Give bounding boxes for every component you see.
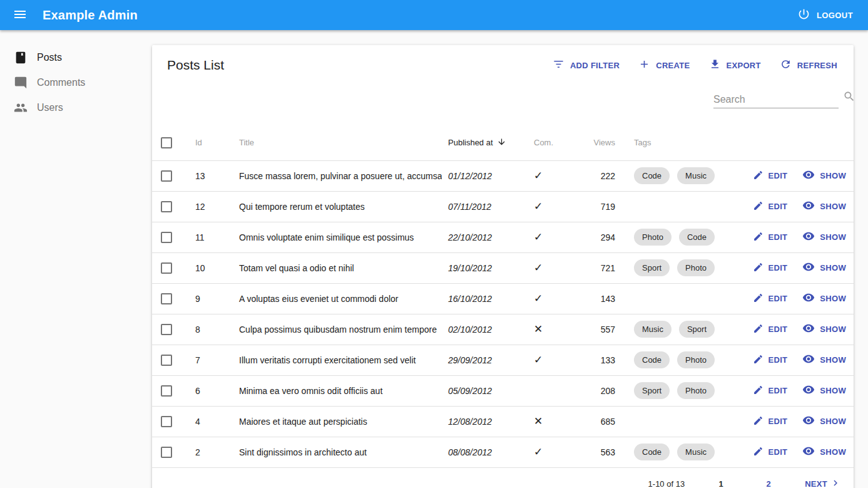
show-label: SHOW xyxy=(820,324,846,334)
search-input[interactable] xyxy=(713,94,843,105)
show-button[interactable]: SHOW xyxy=(802,261,846,275)
row-checkbox[interactable] xyxy=(161,416,172,427)
page-button-2[interactable]: 2 xyxy=(756,477,781,488)
refresh-button[interactable]: REFRESH xyxy=(780,58,837,72)
row-checkbox[interactable] xyxy=(161,355,172,366)
show-button[interactable]: SHOW xyxy=(802,199,846,214)
create-button[interactable]: CREATE xyxy=(638,58,690,72)
column-header-id[interactable]: Id xyxy=(180,125,224,160)
pencil-icon xyxy=(753,200,763,213)
column-header-published-at[interactable]: Published at xyxy=(442,125,519,160)
column-header-tags[interactable]: Tags xyxy=(619,125,759,160)
row-checkbox[interactable] xyxy=(161,201,172,212)
row-checkbox[interactable] xyxy=(161,324,172,335)
edit-label: EDIT xyxy=(768,355,788,365)
row-checkbox[interactable] xyxy=(161,293,172,304)
row-checkbox[interactable] xyxy=(161,447,172,458)
edit-button[interactable]: EDIT xyxy=(753,385,788,397)
eye-icon xyxy=(802,230,815,244)
sidebar-item-label: Posts xyxy=(37,52,62,63)
show-button[interactable]: SHOW xyxy=(802,322,846,336)
commentable-mark: ✓ xyxy=(534,354,543,366)
table-row[interactable]: 7 Illum veritatis corrupti exercitatione… xyxy=(152,345,854,375)
column-header-commentable[interactable]: Com. xyxy=(519,125,568,160)
tag-chip: Code xyxy=(634,167,670,184)
post-published-date: 02/10/2012 xyxy=(448,324,492,335)
table-row[interactable]: 10 Totam vel quasi a odio et nihil 19/10… xyxy=(152,252,854,283)
pagination-range: 1-10 of 13 xyxy=(648,479,685,488)
plus-icon xyxy=(638,58,650,72)
eye-icon xyxy=(802,261,815,275)
table-row[interactable]: 8 Culpa possimus quibusdam nostrum enim … xyxy=(152,314,854,345)
pencil-icon xyxy=(753,415,763,428)
export-button[interactable]: EXPORT xyxy=(709,58,761,72)
row-checkbox[interactable] xyxy=(161,170,172,182)
eye-icon xyxy=(802,383,815,398)
edit-button[interactable]: EDIT xyxy=(753,200,788,213)
row-checkbox[interactable] xyxy=(161,262,172,274)
edit-button[interactable]: EDIT xyxy=(753,262,788,274)
row-checkbox[interactable] xyxy=(161,232,172,243)
post-id: 2 xyxy=(180,437,224,467)
post-published-date: 08/08/2012 xyxy=(448,447,492,457)
tag-chip: Sport xyxy=(679,321,715,338)
table-body: 13 Fusce massa lorem, pulvinar a posuere… xyxy=(152,160,854,467)
post-tags: CodeMusic xyxy=(619,160,759,191)
eye-icon xyxy=(802,199,815,214)
row-checkbox[interactable] xyxy=(161,385,172,397)
table-row[interactable]: 12 Qui tempore rerum et voluptates 07/11… xyxy=(152,191,854,222)
post-id: 13 xyxy=(180,160,224,191)
post-title: A voluptas eius eveniet ut commodi dolor xyxy=(224,283,442,314)
sidebar-item-comments[interactable]: Comments xyxy=(0,70,152,95)
table-row[interactable]: 9 A voluptas eius eveniet ut commodi dol… xyxy=(152,283,854,314)
edit-button[interactable]: EDIT xyxy=(753,323,788,336)
edit-label: EDIT xyxy=(768,447,788,457)
add-filter-button[interactable]: ADD FILTER xyxy=(553,58,620,72)
post-title: Minima ea vero omnis odit officiis aut xyxy=(224,375,442,406)
hamburger-menu-button[interactable] xyxy=(8,3,33,28)
post-views: 563 xyxy=(568,437,619,467)
post-id: 9 xyxy=(180,283,224,314)
edit-button[interactable]: EDIT xyxy=(753,231,788,244)
post-published-date: 22/10/2012 xyxy=(448,232,492,242)
show-button[interactable]: SHOW xyxy=(802,445,846,459)
table-row[interactable]: 11 Omnis voluptate enim similique est po… xyxy=(152,222,854,252)
table-row[interactable]: 4 Maiores et itaque aut perspiciatis 12/… xyxy=(152,406,854,437)
commentable-mark: ✓ xyxy=(534,200,543,212)
show-button[interactable]: SHOW xyxy=(802,291,846,306)
sidebar-item-users[interactable]: Users xyxy=(0,95,152,120)
edit-button[interactable]: EDIT xyxy=(753,446,788,459)
eye-icon xyxy=(802,291,815,306)
logout-label: LOGOUT xyxy=(817,11,853,20)
edit-button[interactable]: EDIT xyxy=(753,415,788,428)
show-button[interactable]: SHOW xyxy=(802,414,846,428)
show-button[interactable]: SHOW xyxy=(802,353,846,367)
column-header-views[interactable]: Views xyxy=(568,125,619,160)
edit-label: EDIT xyxy=(768,263,788,273)
table-row[interactable]: 2 Sint dignissimos in architecto aut 08/… xyxy=(152,437,854,467)
post-views: 721 xyxy=(568,252,619,283)
edit-button[interactable]: EDIT xyxy=(753,170,788,182)
edit-button[interactable]: EDIT xyxy=(753,354,788,366)
show-button[interactable]: SHOW xyxy=(802,383,846,398)
page-button-1[interactable]: 1 xyxy=(708,477,733,488)
show-button[interactable]: SHOW xyxy=(802,169,846,183)
edit-label: EDIT xyxy=(768,417,788,426)
show-label: SHOW xyxy=(820,386,846,395)
show-button[interactable]: SHOW xyxy=(802,230,846,244)
post-title: Illum veritatis corrupti exercitationem … xyxy=(224,345,442,375)
commentable-mark: ✕ xyxy=(534,415,543,427)
tag-chip: Photo xyxy=(677,351,715,368)
table-row[interactable]: 6 Minima ea vero omnis odit officiis aut… xyxy=(152,375,854,406)
post-title: Maiores et itaque aut perspiciatis xyxy=(224,406,442,437)
post-published-date: 05/09/2012 xyxy=(448,386,492,396)
next-page-button[interactable]: NEXT xyxy=(805,477,841,488)
column-header-title[interactable]: Title xyxy=(224,125,442,160)
pagination: 1-10 of 13 12 NEXT xyxy=(152,468,854,488)
select-all-checkbox[interactable] xyxy=(161,137,172,148)
refresh-icon xyxy=(780,58,792,72)
table-row[interactable]: 13 Fusce massa lorem, pulvinar a posuere… xyxy=(152,160,854,191)
sidebar-item-posts[interactable]: Posts xyxy=(0,45,152,70)
logout-button[interactable]: LOGOUT xyxy=(797,8,853,23)
edit-button[interactable]: EDIT xyxy=(753,293,788,305)
